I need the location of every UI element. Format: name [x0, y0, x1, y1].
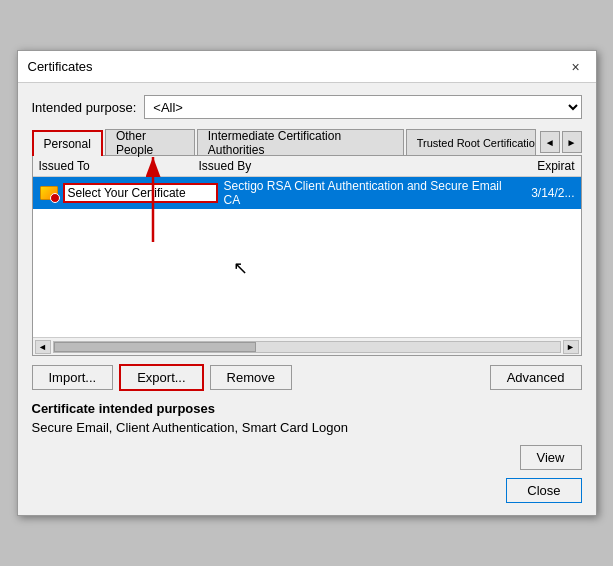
scrollbar-thumb[interactable]: [54, 342, 256, 352]
scrollbar-track[interactable]: [53, 341, 561, 353]
dialog-title: Certificates: [28, 59, 93, 74]
view-button-row: View: [32, 445, 582, 470]
cert-purposes-label: Certificate intended purposes: [32, 401, 582, 416]
scroll-right-button[interactable]: ►: [563, 340, 579, 354]
intended-purpose-row: Intended purpose: <All> Server Authentic…: [32, 95, 582, 119]
cell-expiry: 3/14/2...: [515, 186, 575, 200]
cert-purposes-value: Secure Email, Client Authentication, Sma…: [32, 420, 582, 435]
dialog-content: Intended purpose: <All> Server Authentic…: [18, 83, 596, 515]
tabs-row: Personal Other People Intermediate Certi…: [32, 129, 582, 156]
certificate-image-icon: [40, 186, 58, 200]
certificates-dialog: Certificates × Intended purpose: <All> S…: [17, 50, 597, 516]
tab-next-button[interactable]: ►: [562, 131, 582, 153]
remove-button[interactable]: Remove: [210, 365, 292, 390]
table-row[interactable]: Select Your Certificate Sectigo RSA Clie…: [33, 177, 581, 209]
titlebar: Certificates ×: [18, 51, 596, 83]
view-button[interactable]: View: [520, 445, 582, 470]
tab-prev-button[interactable]: ◄: [540, 131, 560, 153]
table-body: Select Your Certificate Sectigo RSA Clie…: [33, 177, 581, 337]
cell-issued-by: Sectigo RSA Client Authentication and Se…: [218, 179, 515, 207]
cert-purposes-section: Certificate intended purposes Secure Ema…: [32, 401, 582, 435]
intended-purpose-select-wrapper[interactable]: <All> Server Authentication Client Authe…: [144, 95, 581, 119]
close-icon[interactable]: ×: [566, 57, 586, 77]
cell-issued-to: Select Your Certificate: [63, 183, 218, 203]
intended-purpose-select[interactable]: <All> Server Authentication Client Authe…: [144, 95, 581, 119]
tab-personal[interactable]: Personal: [32, 130, 103, 156]
tab-intermediate[interactable]: Intermediate Certification Authorities: [197, 129, 404, 155]
col-issued-to: Issued To: [39, 159, 199, 173]
col-expiry: Expirat: [495, 159, 575, 173]
export-button[interactable]: Export...: [119, 364, 203, 391]
import-button[interactable]: Import...: [32, 365, 114, 390]
close-dialog-button[interactable]: Close: [506, 478, 581, 503]
cursor-indicator: ↖: [233, 257, 248, 279]
tab-scroll-buttons: ◄ ►: [540, 131, 582, 153]
intended-purpose-label: Intended purpose:: [32, 100, 137, 115]
advanced-button[interactable]: Advanced: [490, 365, 582, 390]
tab-trusted-root[interactable]: Trusted Root Certification Autho...: [406, 129, 536, 155]
table-header: Issued To Issued By Expirat: [33, 156, 581, 177]
scroll-left-button[interactable]: ◄: [35, 340, 51, 354]
tab-other-people[interactable]: Other People: [105, 129, 195, 155]
cert-icon: [39, 184, 59, 202]
action-buttons-row: Import... Export... Remove Advanced: [32, 364, 582, 391]
horizontal-scrollbar[interactable]: ◄ ►: [33, 337, 581, 355]
close-button-row: Close: [32, 478, 582, 503]
certificates-table-panel: Issued To Issued By Expirat Select Your …: [32, 156, 582, 356]
col-issued-by: Issued By: [199, 159, 495, 173]
